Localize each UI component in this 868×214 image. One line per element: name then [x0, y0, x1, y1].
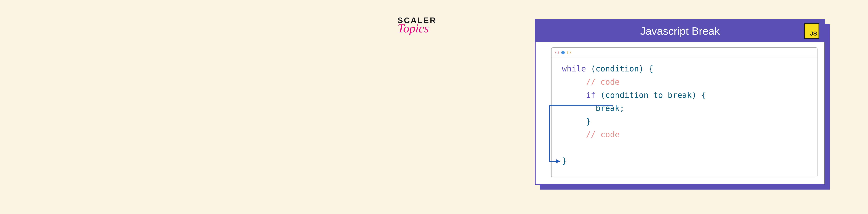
code-cond-2: (condition to break) {	[596, 91, 706, 100]
window-maximize-icon	[567, 51, 570, 54]
card-body: Javascript Break JS while (condition) { …	[535, 19, 825, 185]
code-comment-2: // code	[586, 130, 620, 139]
main-card: Javascript Break JS while (condition) { …	[535, 19, 825, 185]
code-close-2: }	[562, 156, 567, 166]
js-badge-icon: JS	[804, 24, 819, 39]
code-close-1: }	[586, 117, 591, 126]
code-cond-1: (condition) {	[586, 64, 653, 73]
window-controls	[552, 48, 817, 57]
scaler-topics-logo: SCALER Topics	[398, 15, 437, 35]
header-title: Javascript Break	[640, 25, 720, 37]
code-break: break;	[596, 104, 624, 113]
card-header: Javascript Break JS	[535, 20, 825, 42]
code-kw-if: if	[586, 91, 595, 100]
code-comment-1: // code	[586, 77, 620, 86]
window-minimize-icon	[561, 51, 565, 54]
code-window: while (condition) { // code if (conditio…	[551, 47, 817, 177]
window-close-icon	[555, 51, 559, 54]
code-kw-while: while	[562, 64, 586, 73]
code-block: while (condition) { // code if (conditio…	[552, 57, 817, 173]
